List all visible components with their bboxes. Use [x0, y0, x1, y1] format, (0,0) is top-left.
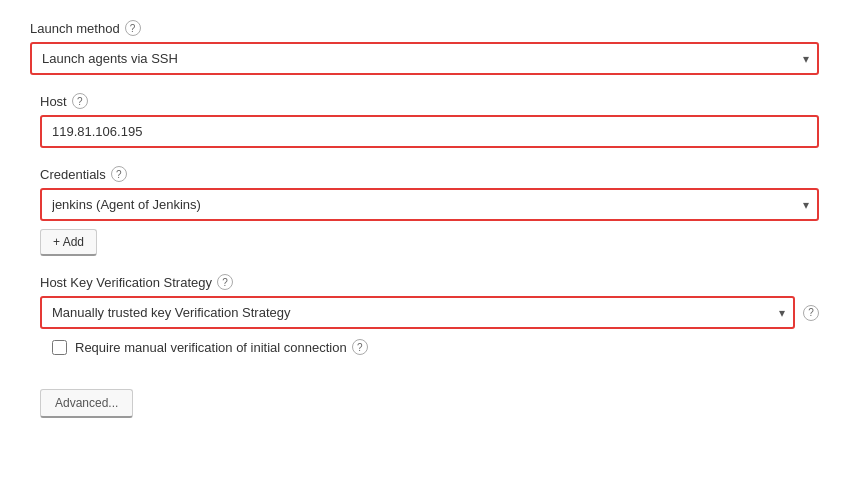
host-section: Host ? [30, 93, 819, 148]
launch-method-wrapper: Launch agents via SSH ▾ [30, 42, 819, 75]
host-key-verification-row: Manually trusted key Verification Strate… [40, 296, 819, 329]
credentials-select[interactable]: jenkins (Agent of Jenkins) [40, 188, 819, 221]
host-key-verification-help-icon[interactable]: ? [217, 274, 233, 290]
host-key-verification-extra-help-icon[interactable]: ? [803, 305, 819, 321]
add-credentials-button[interactable]: + Add [40, 229, 97, 256]
host-help-icon[interactable]: ? [72, 93, 88, 109]
advanced-section: Advanced... [30, 373, 819, 418]
require-manual-verification-checkbox[interactable] [52, 340, 67, 355]
require-manual-verification-label: Require manual verification of initial c… [75, 339, 368, 355]
advanced-button[interactable]: Advanced... [40, 389, 133, 418]
credentials-wrapper: jenkins (Agent of Jenkins) ▾ [40, 188, 819, 221]
launch-method-label: Launch method ? [30, 20, 819, 36]
launch-method-select[interactable]: Launch agents via SSH [30, 42, 819, 75]
host-key-verification-label: Host Key Verification Strategy ? [40, 274, 819, 290]
host-key-verification-wrapper: Manually trusted key Verification Strate… [40, 296, 795, 329]
credentials-section: Credentials ? jenkins (Agent of Jenkins)… [30, 166, 819, 256]
launch-method-section: Launch method ? Launch agents via SSH ▾ [30, 20, 819, 75]
require-manual-verification-row: Require manual verification of initial c… [40, 339, 819, 355]
launch-method-help-icon[interactable]: ? [125, 20, 141, 36]
host-label: Host ? [40, 93, 819, 109]
host-input[interactable] [40, 115, 819, 148]
require-manual-verification-help-icon[interactable]: ? [352, 339, 368, 355]
host-key-verification-section: Host Key Verification Strategy ? Manuall… [30, 274, 819, 355]
host-key-verification-select[interactable]: Manually trusted key Verification Strate… [40, 296, 795, 329]
credentials-label: Credentials ? [40, 166, 819, 182]
credentials-help-icon[interactable]: ? [111, 166, 127, 182]
